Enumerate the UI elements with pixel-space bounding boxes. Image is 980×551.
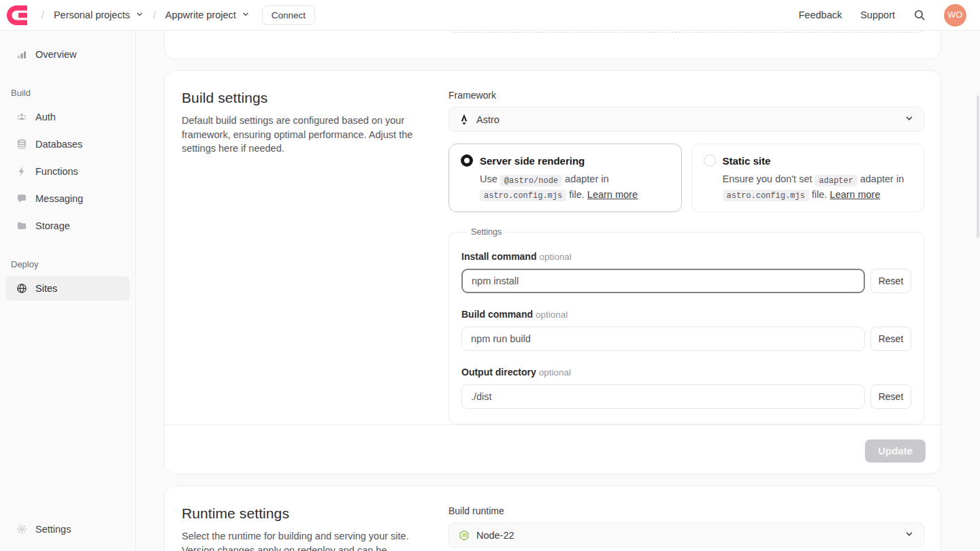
chevron-down-icon (904, 529, 914, 541)
sidebar-item-label: Messaging (35, 193, 83, 204)
option-static-site[interactable]: Static site Ensure you don't set adapter… (691, 144, 925, 212)
sidebar-item-label: Auth (35, 112, 56, 122)
build-command-field: Build commandoptional Reset (461, 308, 911, 351)
search-icon[interactable] (913, 9, 926, 21)
project-name: Appwrite project (165, 10, 236, 20)
output-directory-field: Output directoryoptional Reset (461, 366, 911, 409)
build-settings-description: Default build settings are configured ba… (182, 114, 427, 156)
dropzone-remnant (447, 31, 926, 33)
sidebar-item-label: Databases (35, 139, 82, 150)
runtime-settings-description: Select the runtime for building and serv… (182, 529, 427, 551)
code-chip: @astro/node (500, 175, 562, 186)
install-command-reset-button[interactable]: Reset (870, 269, 911, 293)
sidebar-section-deploy: Deploy (5, 259, 130, 269)
sidebar-item-auth[interactable]: Auth (5, 105, 130, 129)
connect-button[interactable]: Connect (262, 5, 315, 25)
runtime-settings-card: Runtime settings Select the runtime for … (164, 486, 941, 551)
framework-select[interactable]: Astro (448, 107, 924, 132)
gear-icon (16, 524, 27, 535)
nodejs-icon: JS (459, 530, 470, 541)
main-content: Build settings Default build settings ar… (136, 31, 980, 551)
install-command-input[interactable] (461, 269, 865, 293)
option-title: Static site (723, 155, 771, 167)
radio-unselected-icon[interactable] (704, 154, 716, 167)
learn-more-link[interactable]: Learn more (587, 189, 638, 200)
optional-hint: optional (539, 252, 571, 262)
radio-selected-icon[interactable] (461, 154, 473, 167)
sidebar-item-databases[interactable]: Databases (5, 132, 130, 156)
database-icon (16, 139, 27, 150)
sidebar-item-storage[interactable]: Storage (5, 214, 130, 238)
sidebar-item-label: Functions (35, 166, 78, 177)
optional-hint: optional (539, 367, 571, 378)
build-runtime-label: Build runtime (448, 505, 924, 516)
build-settings-title: Build settings (182, 90, 427, 106)
lightning-icon (16, 166, 27, 177)
appwrite-console: / Personal projects / Appwrite project C… (0, 0, 980, 551)
astro-icon (459, 114, 470, 125)
update-button[interactable]: Update (865, 439, 926, 463)
breadcrumb-separator: / (42, 10, 44, 20)
sidebar: Overview Build Auth Databases Functions (0, 31, 136, 551)
build-runtime-select[interactable]: JS Node-22 (448, 522, 924, 548)
sidebar-item-label: Storage (35, 220, 70, 231)
build-settings-footer: Update (165, 424, 941, 476)
chevron-down-icon (242, 10, 250, 20)
breadcrumb-separator: / (153, 10, 156, 20)
framework-value: Astro (476, 114, 898, 125)
sidebar-item-label: Overview (35, 49, 76, 60)
chevron-down-icon (904, 114, 914, 125)
settings-fieldset-legend: Settings (467, 227, 506, 237)
feedback-link[interactable]: Feedback (799, 10, 843, 20)
svg-text:JS: JS (461, 533, 468, 537)
chat-bubble-icon (16, 193, 27, 204)
globe-icon (16, 283, 27, 294)
learn-more-link[interactable]: Learn more (830, 189, 880, 200)
sidebar-item-label: Sites (35, 283, 57, 294)
install-command-label: Install command (461, 251, 536, 262)
users-icon (16, 112, 27, 122)
install-command-field: Install commandoptional Reset (461, 250, 911, 293)
previous-card-remnant (164, 31, 941, 59)
sidebar-item-messaging[interactable]: Messaging (5, 186, 130, 211)
option-description: Ensure you don't set adapter adapter in … (723, 171, 913, 202)
build-command-label: Build command (461, 309, 533, 320)
appwrite-logo-icon[interactable] (7, 5, 32, 25)
output-directory-reset-button[interactable]: Reset (870, 384, 911, 409)
sidebar-section-build: Build (5, 88, 130, 98)
scrollbar-thumb[interactable] (977, 95, 979, 238)
breadcrumb-project-selector[interactable]: Appwrite project (165, 10, 250, 20)
build-runtime-value: Node-22 (476, 530, 898, 541)
sidebar-item-sites[interactable]: Sites (5, 276, 130, 301)
build-settings-card: Build settings Default build settings ar… (164, 70, 941, 474)
breadcrumb-org-selector[interactable]: Personal projects (54, 10, 144, 20)
chevron-down-icon (135, 10, 144, 20)
code-chip: astro.config.mjs (480, 190, 566, 201)
framework-label: Framework (448, 90, 924, 101)
code-chip: astro.config.mjs (723, 190, 809, 201)
code-chip: adapter (815, 175, 857, 186)
build-command-input[interactable] (461, 327, 865, 351)
sidebar-item-overview[interactable]: Overview (5, 42, 130, 67)
option-title: Server side rendering (480, 155, 585, 167)
output-directory-input[interactable] (461, 384, 865, 409)
option-description: Use @astro/node adapter in astro.config.… (480, 171, 670, 202)
output-directory-label: Output directory (461, 367, 536, 378)
bar-chart-icon (16, 49, 27, 60)
sidebar-item-settings[interactable]: Settings (5, 517, 130, 541)
support-link[interactable]: Support (860, 10, 895, 20)
sidebar-item-functions[interactable]: Functions (5, 159, 130, 184)
user-avatar[interactable]: WO (944, 4, 966, 27)
org-name: Personal projects (54, 10, 130, 20)
runtime-settings-title: Runtime settings (182, 505, 427, 522)
build-command-reset-button[interactable]: Reset (870, 327, 911, 351)
settings-fieldset: Settings Install commandoptional Reset B… (448, 227, 924, 424)
optional-hint: optional (536, 310, 568, 320)
option-server-side-rendering[interactable]: Server side rendering Use @astro/node ad… (448, 144, 682, 212)
folder-icon (16, 220, 27, 231)
sidebar-item-label: Settings (35, 524, 71, 535)
topbar: / Personal projects / Appwrite project C… (0, 0, 980, 31)
